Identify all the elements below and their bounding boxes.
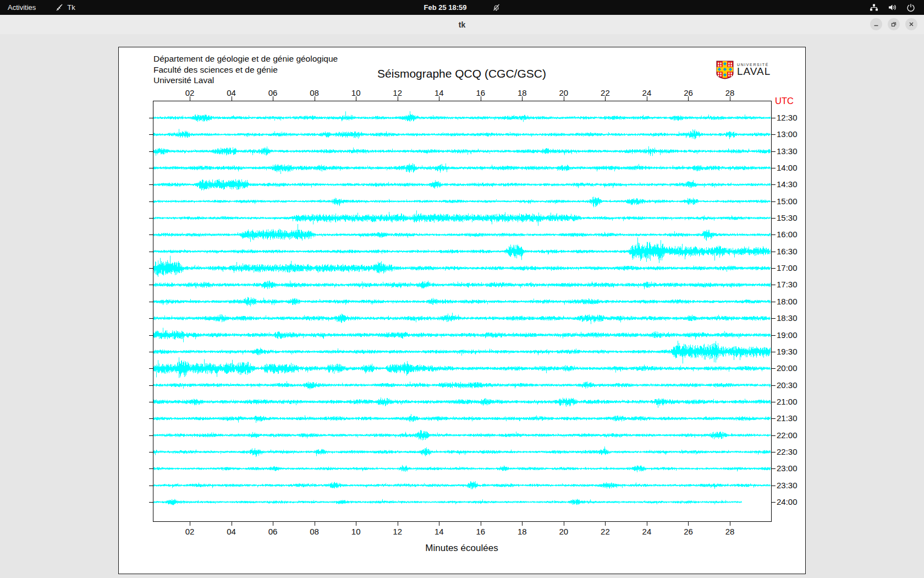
gnome-top-bar: Activities Tk Feb 25 18:59 [0, 0, 924, 15]
row-tick-left [149, 118, 153, 118]
x-tick-mark-bottom [522, 521, 522, 526]
app-menu-button[interactable]: Tk [56, 0, 75, 15]
x-tick-mark-top [439, 96, 439, 101]
activities-button[interactable]: Activities [0, 0, 43, 15]
utc-time-label: 21:30 [777, 414, 804, 423]
x-tick-mark-top [647, 96, 647, 101]
close-button[interactable] [905, 18, 917, 30]
x-tick-label-bottom: 14 [429, 527, 449, 536]
window-title: tk [0, 15, 924, 34]
row-tick-left [149, 486, 153, 486]
x-tick-label-bottom: 20 [554, 527, 574, 536]
seismograph-canvas [153, 101, 771, 521]
utc-time-label: 17:00 [777, 264, 804, 272]
utc-label: UTC [775, 96, 794, 106]
row-tick-left [149, 402, 153, 402]
logo-laval-text: LAVAL [737, 67, 771, 77]
row-tick-left [149, 252, 153, 252]
row-tick-left [149, 418, 153, 419]
utc-time-label: 18:00 [777, 297, 804, 306]
utc-time-label: 15:30 [777, 214, 804, 222]
row-tick-right [771, 385, 776, 386]
utc-time-label: 18:30 [777, 314, 804, 323]
x-tick-mark-bottom [647, 521, 647, 526]
utc-time-label: 20:00 [777, 364, 804, 373]
maximize-button[interactable] [888, 18, 900, 30]
x-tick-label-bottom: 16 [471, 527, 491, 536]
x-tick-mark-bottom [481, 521, 481, 526]
row-tick-right [771, 302, 776, 302]
page-title: Séismographe QCQ (CGC/GSC) [153, 67, 771, 80]
row-tick-right [771, 418, 776, 419]
row-tick-left [149, 218, 153, 219]
row-tick-left [149, 318, 153, 319]
x-tick-mark-top [315, 96, 315, 101]
utc-time-label: 15:00 [777, 197, 804, 206]
row-tick-right [771, 168, 776, 168]
x-tick-mark-bottom [273, 521, 273, 526]
utc-time-label: 20:30 [777, 381, 804, 390]
power-icon [906, 3, 915, 12]
utc-time-label: 22:30 [777, 448, 804, 456]
row-tick-left [149, 151, 153, 152]
row-tick-right [771, 486, 776, 486]
utc-time-label: 19:30 [777, 347, 804, 356]
x-tick-mark-top [190, 96, 190, 101]
utc-time-label: 24:00 [777, 498, 804, 506]
row-tick-right [771, 252, 776, 252]
row-tick-left [149, 435, 153, 436]
utc-time-label: 16:00 [777, 230, 804, 239]
row-tick-right [771, 318, 776, 319]
x-tick-mark-bottom [730, 521, 730, 526]
x-tick-label-bottom: 12 [388, 527, 408, 536]
x-tick-mark-bottom [439, 521, 439, 526]
network-wired-icon [870, 3, 878, 12]
row-tick-right [771, 151, 776, 152]
minimize-button[interactable] [870, 18, 882, 30]
x-tick-mark-bottom [605, 521, 606, 526]
x-tick-label-bottom: 10 [346, 527, 366, 536]
x-tick-mark-top [398, 96, 398, 101]
bell-slash-icon [492, 3, 501, 12]
x-tick-mark-bottom [398, 521, 398, 526]
utc-time-label: 14:00 [777, 163, 804, 172]
x-tick-mark-top [730, 96, 730, 101]
row-tick-left [149, 335, 153, 336]
utc-time-label: 19:00 [777, 331, 804, 340]
row-tick-right [771, 402, 776, 402]
row-tick-right [771, 452, 776, 452]
utc-time-label: 21:00 [777, 397, 804, 406]
tk-feather-icon [56, 3, 63, 12]
x-tick-label-bottom: 18 [512, 527, 532, 536]
system-status-area[interactable] [861, 0, 924, 15]
row-tick-right [771, 268, 776, 269]
row-tick-right [771, 435, 776, 436]
utc-time-label: 14:30 [777, 180, 804, 189]
row-tick-right [771, 235, 776, 235]
x-tick-mark-bottom [232, 521, 232, 526]
utc-time-label: 16:30 [777, 247, 804, 256]
x-tick-mark-bottom [688, 521, 689, 526]
x-tick-mark-top [232, 96, 232, 101]
row-tick-left [149, 502, 153, 503]
row-tick-right [771, 352, 776, 352]
row-tick-right [771, 118, 776, 118]
x-tick-label-bottom: 04 [222, 527, 241, 536]
row-tick-right [771, 285, 776, 285]
clock-label[interactable]: Feb 25 18:59 [424, 3, 466, 12]
x-tick-label-bottom: 02 [180, 527, 200, 536]
row-tick-right [771, 468, 776, 469]
utc-time-label: 13:00 [777, 130, 804, 139]
window-titlebar: tk [0, 15, 924, 35]
x-tick-mark-bottom [356, 521, 356, 526]
x-tick-mark-bottom [315, 521, 315, 526]
x-tick-label-bottom: 26 [678, 527, 698, 536]
row-tick-left [149, 468, 153, 469]
row-tick-right [771, 335, 776, 336]
x-axis-label: Minutes écoulées [153, 543, 771, 554]
row-tick-left [149, 452, 153, 452]
x-tick-mark-top [522, 96, 522, 101]
utc-time-label: 23:30 [777, 481, 804, 490]
row-tick-right [771, 368, 776, 369]
row-tick-right [771, 218, 776, 219]
